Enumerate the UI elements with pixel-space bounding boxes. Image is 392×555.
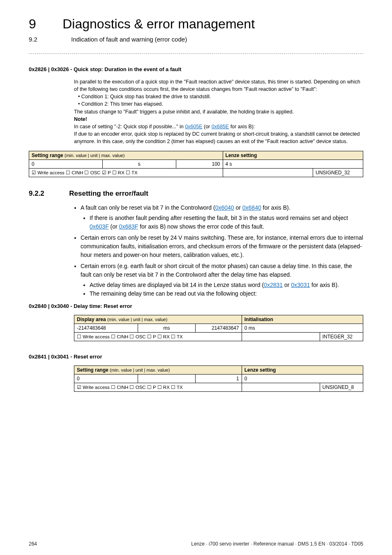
desc-line: The status change to "Fault" triggers a …	[74, 108, 363, 116]
desc-line: In case of setting "-2: Quick stop if po…	[74, 123, 363, 130]
desc-line: If due to an encoder error, quick stop i…	[74, 130, 363, 145]
cell-dtype: UNSIGNED_32	[313, 169, 363, 177]
cell-dtype: INTEGER_32	[320, 333, 363, 341]
link-0x685E[interactable]: 0x685E	[212, 124, 229, 130]
param-heading: 0x2826 | 0x3026 - Quick stop: Duration i…	[29, 66, 363, 72]
cell-blank	[242, 333, 320, 341]
list-item: A fault can only be reset via bit 7 in t…	[81, 204, 363, 231]
text-span: Active delay times are displayed via bit…	[90, 282, 264, 288]
table-header-right: Initialisation	[242, 315, 363, 324]
cell-setting: 4 s	[223, 160, 363, 169]
section-header: 9.2 Indication of fault and warning (err…	[29, 32, 363, 43]
hdr-sub: (min. value | unit | max. value)	[110, 368, 170, 372]
link-0x6040[interactable]: 0x6040	[215, 204, 234, 211]
section-number: 9.2	[29, 36, 37, 43]
list-subitem: The remaining delay time can be read out…	[90, 289, 363, 298]
text-span: (or	[203, 124, 212, 130]
text-span: A fault can only be reset via bit 7 in t…	[81, 204, 215, 211]
hdr-sub: (min. value | unit | max. value)	[107, 317, 167, 322]
section-title: Indication of fault and warning (error c…	[71, 36, 187, 43]
cell-min: 0	[29, 160, 103, 169]
param-heading: 0x2841 | 0x3041 - Reset error	[29, 354, 363, 360]
param-table: Setting range (min. value | unit | max. …	[74, 365, 363, 392]
text-span: In case of setting "-2: Quick stop if po…	[74, 124, 185, 130]
cell-max: 1	[196, 375, 242, 383]
hdr-label: Setting range	[77, 367, 110, 373]
text-span: (or	[109, 223, 119, 230]
cell-access: ☑ Write access ☐ CINH ☐ OSC ☐ P ☐ RX ☐ T…	[74, 383, 242, 392]
hdr-sub: (min. value | unit | max. value)	[65, 153, 125, 158]
list-subitem: Active delay times are displayed via bit…	[90, 281, 363, 289]
chapter-title: Diagnostics & error management	[62, 16, 255, 32]
note-label: Note!	[74, 116, 363, 123]
link-0x2831[interactable]: 0x2831	[264, 282, 283, 288]
table-header-right: Lenze setting	[242, 366, 363, 375]
desc-bullet: • Condition 2: This timer has elapsed.	[78, 100, 363, 108]
table-header-left: Setting range (min. value | unit | max. …	[74, 366, 242, 375]
param-table: Display area (min. value | unit | max. v…	[74, 315, 363, 341]
text-span: If there is another fault pending after …	[90, 215, 348, 221]
text-span: Certain errors (e.g. earth fault or shor…	[81, 263, 352, 278]
text-span: or	[234, 204, 242, 211]
link-0x683F[interactable]: 0x683F	[119, 223, 138, 230]
link-0x3031[interactable]: 0x3031	[291, 282, 310, 288]
cell-dtype: UNSIGNED_8	[320, 383, 363, 392]
footer-legal: Lenze · i700 servo inverter · Reference …	[191, 541, 363, 547]
param-table: Setting range (min. value | unit | max. …	[29, 151, 363, 177]
list-subitem: If there is another fault pending after …	[90, 214, 363, 231]
table-header-left: Setting range (min. value | unit | max. …	[29, 151, 223, 160]
list-item: Certain errors can only be reset by 24 V…	[81, 234, 363, 259]
cell-max: 2147483647	[196, 324, 242, 333]
link-0x6840[interactable]: 0x6840	[242, 204, 261, 211]
text-span: for axis B) now shows the error code of …	[138, 223, 264, 230]
cell-access: ☐ Write access ☐ CINH ☐ OSC ☐ P ☐ RX ☐ T…	[74, 333, 242, 341]
param-description: In parallel to the execution of a quick …	[74, 78, 363, 145]
text-span: for axis B).	[310, 282, 339, 288]
cell-blank	[223, 169, 313, 177]
cell-min: -2147483648	[74, 324, 138, 333]
cell-max: 100	[176, 160, 223, 169]
list-item: Certain errors (e.g. earth fault or shor…	[81, 262, 363, 298]
desc-line: In parallel to the execution of a quick …	[74, 78, 363, 93]
subsection-title: Resetting the error/fault	[69, 190, 148, 198]
link-0x605E[interactable]: 0x605E	[185, 124, 202, 130]
cell-unit: s	[102, 160, 176, 169]
param-heading: 0x2840 | 0x3040 - Delay time: Reset erro…	[29, 303, 363, 309]
page-number: 264	[29, 541, 37, 547]
hdr-label: Display area	[77, 317, 107, 322]
divider	[29, 53, 363, 54]
cell-min: 0	[74, 375, 138, 383]
hdr-label: Setting range	[32, 153, 65, 158]
subsection-number: 9.2.2	[29, 190, 44, 198]
text-span: for axis B):	[229, 124, 255, 130]
subsection-header: 9.2.2 Resetting the error/fault	[29, 190, 363, 198]
cell-unit: ms	[138, 324, 196, 333]
chapter-header: 9 Diagnostics & error management	[29, 16, 363, 32]
cell-setting: 0	[242, 375, 363, 383]
table-header-right: Lenze setting	[223, 151, 363, 160]
cell-setting: 0 ms	[242, 324, 363, 333]
page-footer: 264 Lenze · i700 servo inverter · Refere…	[29, 541, 363, 547]
body-list: A fault can only be reset via bit 7 in t…	[74, 204, 363, 298]
cell-access: ☑ Write access ☐ CINH ☐ OSC ☑ P ☐ RX ☐ T…	[29, 169, 223, 177]
text-span: for axis B).	[261, 204, 291, 211]
table-header-left: Display area (min. value | unit | max. v…	[74, 315, 242, 324]
text-span: or	[283, 282, 291, 288]
chapter-number: 9	[29, 16, 36, 32]
cell-blank	[242, 383, 320, 392]
link-0x603F[interactable]: 0x603F	[90, 223, 109, 230]
cell-unit	[138, 375, 196, 383]
desc-bullet: • Condition 1: Quick stop has braked the…	[78, 93, 363, 100]
